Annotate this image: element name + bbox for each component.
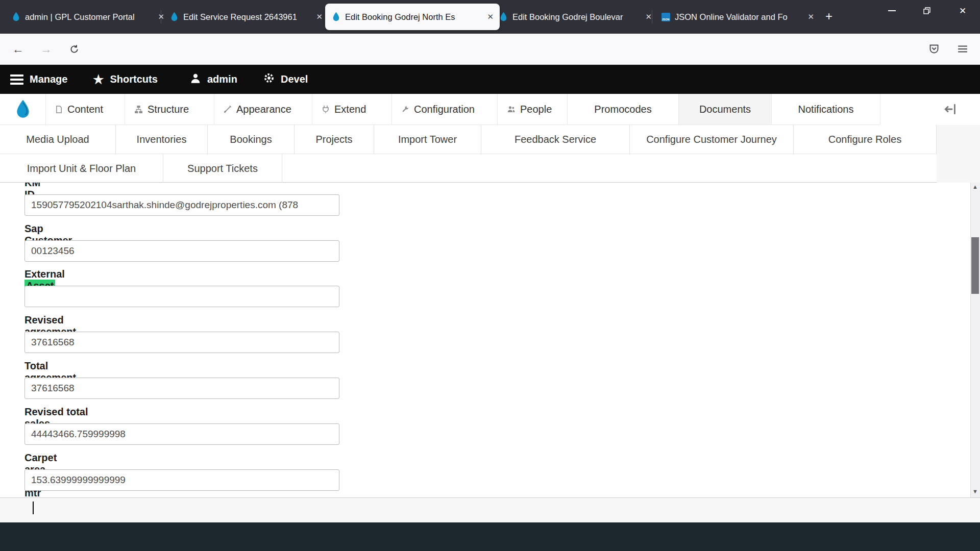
scrollbar-down-arrow[interactable]: ▼	[972, 488, 978, 494]
json-favicon: JSON	[661, 12, 670, 21]
paintbrush-icon	[224, 105, 232, 113]
forward-button[interactable]: →	[37, 40, 55, 58]
tab-edit-booking-north-active[interactable]: Edit Booking Godrej North Es ✕	[325, 4, 500, 30]
km-id-input[interactable]	[24, 194, 339, 216]
toolbar-item-shortcuts[interactable]: ★ Shortcuts	[93, 65, 158, 94]
menu-item-promocodes[interactable]: Promocodes	[568, 94, 679, 125]
user-icon	[190, 72, 201, 86]
menu-item-appearance[interactable]: Appearance	[214, 94, 312, 125]
sitemap-icon	[134, 105, 143, 114]
reload-button[interactable]	[65, 40, 83, 58]
scrollbar-up-arrow[interactable]: ▲	[972, 184, 978, 190]
tab-close-icon[interactable]: ✕	[807, 12, 814, 21]
tab-title: JSON Online Validator and Fo	[675, 12, 803, 22]
drupal-logo[interactable]	[0, 94, 46, 125]
people-icon	[507, 105, 516, 113]
external-asset-id-input[interactable]	[24, 286, 339, 307]
hamburger-icon	[10, 72, 23, 87]
gear-icon	[263, 72, 275, 86]
sap-customer-code-input[interactable]	[24, 240, 339, 262]
submenu-item-configure-customer-journey[interactable]: Configure Customer Journey	[630, 125, 794, 154]
submenu-item-configure-roles[interactable]: Configure Roles	[794, 125, 937, 154]
menu-hamburger-icon[interactable]	[953, 40, 972, 58]
text-caret	[33, 502, 34, 514]
tab-edit-booking-boulevard[interactable]: Edit Booking Godrej Boulevar ✕	[493, 4, 658, 30]
tab-close-icon[interactable]: ✕	[158, 12, 164, 21]
window-minimize-button[interactable]	[880, 0, 903, 21]
submenu-item-media-upload[interactable]: Media Upload	[0, 125, 116, 154]
menu-item-notifications[interactable]: Notifications	[772, 94, 880, 125]
revised-total-sales-consideration-input[interactable]	[24, 423, 339, 445]
page-scrollbar-track[interactable]	[970, 183, 980, 497]
menu-item-content[interactable]: Content	[46, 94, 125, 125]
menu-item-structure[interactable]: Structure	[125, 94, 214, 125]
windows-taskbar: 1 Fz ? i 14°C 3	[0, 522, 980, 551]
star-icon: ★	[93, 72, 104, 87]
submenu-item-projects[interactable]: Projects	[295, 125, 374, 154]
submenu-item-feedback-service[interactable]: Feedback Service	[481, 125, 630, 154]
tab-title: admin | GPL Customer Portal	[25, 12, 153, 22]
pocket-icon[interactable]	[925, 40, 943, 58]
collapse-toolbar-icon[interactable]	[943, 102, 958, 118]
page-scrollbar-thumb[interactable]	[971, 237, 979, 294]
tab-service-request[interactable]: Edit Service Request 2643961 ✕	[163, 4, 329, 30]
menu-item-configuration[interactable]: Configuration	[392, 94, 498, 125]
window-close-button[interactable]: ✕	[951, 0, 974, 21]
drupal-favicon	[331, 12, 340, 21]
drupal-favicon	[499, 12, 508, 21]
submenu-item-support-tickets[interactable]: Support Tickets	[163, 154, 282, 183]
tab-title: Edit Booking Godrej Boulevar	[512, 12, 641, 22]
revised-agreement-amount-input[interactable]	[24, 332, 339, 353]
menu-item-extend[interactable]: Extend	[312, 94, 392, 125]
carpet-area-input[interactable]	[24, 469, 339, 491]
browser-tab-bar: admin | GPL Customer Portal ✕ Edit Servi…	[0, 0, 980, 34]
drupal-favicon	[11, 12, 20, 21]
submenu-item-inventories[interactable]: Inventories	[116, 125, 208, 154]
document-icon	[55, 105, 63, 114]
total-agreement-amount-input[interactable]	[24, 378, 339, 399]
wrench-icon	[401, 105, 409, 113]
new-tab-button[interactable]: +	[819, 6, 839, 27]
drupal-menu-panel: Content Structure Appearance Extend Conf…	[0, 94, 980, 183]
window-restore-button[interactable]	[915, 0, 939, 21]
plug-icon	[322, 105, 330, 113]
browser-toolbar: ← → https://customercare.godrejpropertie…	[0, 34, 980, 65]
toolbar-item-admin-user[interactable]: admin	[190, 65, 237, 94]
tab-title: Edit Booking Godrej North Es	[345, 12, 482, 22]
menu-item-people[interactable]: People	[498, 94, 568, 125]
tab-close-icon[interactable]: ✕	[645, 12, 652, 21]
drupal-favicon	[169, 12, 179, 21]
tab-title: Edit Service Request 2643961	[183, 12, 311, 22]
tab-close-icon[interactable]: ✕	[316, 12, 323, 21]
tab-close-icon[interactable]: ✕	[487, 12, 494, 21]
tab-admin-gpl-portal[interactable]: admin | GPL Customer Portal ✕	[5, 4, 170, 30]
toolbar-item-devel[interactable]: Devel	[263, 65, 308, 94]
drupal-admin-toolbar: Manage ★ Shortcuts admin Devel	[0, 65, 980, 94]
tab-json-validator[interactable]: JSON JSON Online Validator and Fo ✕	[655, 4, 820, 30]
toolbar-item-manage[interactable]: Manage	[10, 65, 67, 94]
menu-item-documents[interactable]: Documents	[679, 94, 772, 125]
submenu-item-bookings[interactable]: Bookings	[208, 125, 295, 154]
submenu-item-import-tower[interactable]: Import Tower	[374, 125, 481, 154]
back-button[interactable]: ←	[9, 40, 27, 58]
submenu-item-import-unit-floor-plan[interactable]: Import Unit & Floor Plan	[0, 154, 163, 183]
firefox-find-bar: Highlight All Match Case Match Diacritic…	[0, 497, 980, 522]
